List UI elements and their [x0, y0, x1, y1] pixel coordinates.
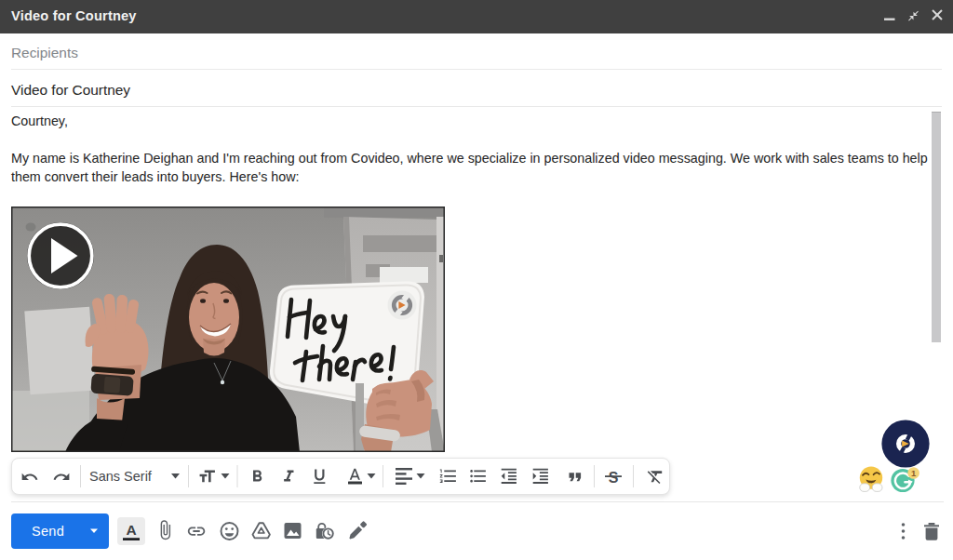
svg-text:A: A — [126, 522, 136, 538]
svg-text:Sans Serif: Sans Serif — [89, 469, 153, 484]
svg-text:1: 1 — [911, 468, 917, 478]
